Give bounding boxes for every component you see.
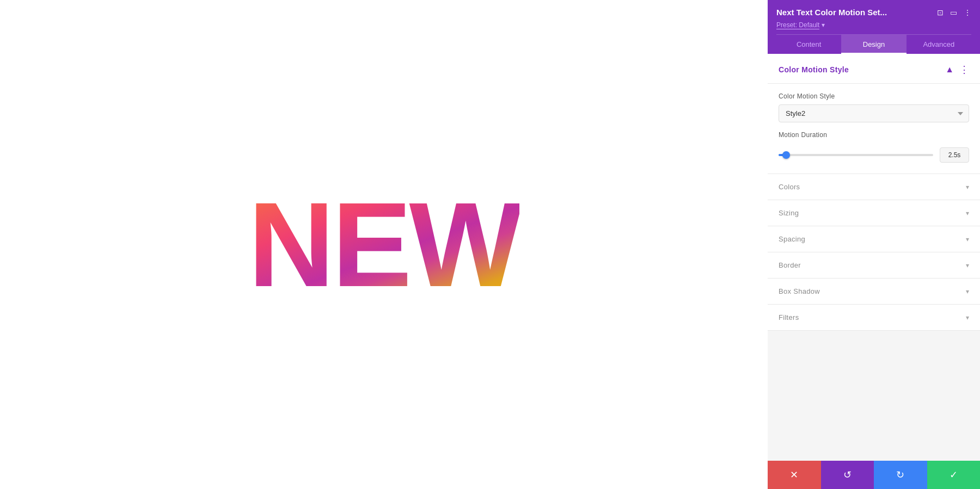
preset-selector[interactable]: Preset: Default ▾	[776, 21, 971, 29]
filters-section-header[interactable]: Filters ▾	[768, 305, 980, 330]
layout-icon[interactable]: ▭	[950, 8, 957, 17]
colors-section: Colors ▾	[768, 174, 980, 200]
motion-duration-label: Motion Duration	[779, 131, 969, 139]
tab-content[interactable]: Content	[776, 35, 841, 54]
slider-track	[779, 154, 933, 156]
panel-header: Next Text Color Motion Set... ⊡ ▭ ⋮ Pres…	[768, 0, 980, 54]
panel-body: Color Motion Style ▲ ⋮ Color Motion Styl…	[768, 54, 980, 461]
slider-thumb[interactable]	[782, 151, 790, 159]
style-field-label: Color Motion Style	[779, 92, 969, 100]
panel-header-icons: ⊡ ▭ ⋮	[937, 8, 971, 17]
collapse-icon[interactable]: ▲	[945, 65, 954, 75]
more-icon[interactable]: ⋮	[964, 8, 971, 17]
redo-button[interactable]: ↻	[874, 461, 927, 489]
box-shadow-title: Box Shadow	[779, 287, 820, 295]
sizing-section: Sizing ▾	[768, 200, 980, 226]
filters-chevron-icon: ▾	[966, 314, 969, 321]
canvas: NEW	[0, 0, 768, 489]
tab-design[interactable]: Design	[841, 35, 906, 54]
canvas-text: NEW	[248, 185, 519, 305]
tab-advanced[interactable]: Advanced	[906, 35, 971, 54]
filters-section: Filters ▾	[768, 305, 980, 331]
crop-icon[interactable]: ⊡	[937, 8, 944, 17]
box-shadow-chevron-icon: ▾	[966, 288, 969, 295]
spacing-section-header[interactable]: Spacing ▾	[768, 226, 980, 252]
panel-title-row: Next Text Color Motion Set... ⊡ ▭ ⋮	[776, 8, 971, 17]
sizing-chevron-icon: ▾	[966, 209, 969, 217]
panel-tabs: Content Design Advanced	[776, 34, 971, 54]
undo-button[interactable]: ↺	[821, 461, 874, 489]
sizing-section-header[interactable]: Sizing ▾	[768, 200, 980, 226]
confirm-button[interactable]: ✓	[927, 461, 981, 489]
settings-panel: Next Text Color Motion Set... ⊡ ▭ ⋮ Pres…	[768, 0, 980, 489]
filters-title: Filters	[779, 313, 799, 321]
confirm-icon: ✓	[950, 469, 958, 481]
motion-duration-value: 2.5s	[940, 147, 969, 163]
spacing-section: Spacing ▾	[768, 226, 980, 252]
colors-title: Colors	[779, 183, 800, 191]
cancel-button[interactable]: ✕	[768, 461, 821, 489]
panel-footer: ✕ ↺ ↻ ✓	[768, 461, 980, 489]
undo-icon: ↺	[843, 469, 852, 481]
spacing-chevron-icon: ▾	[966, 236, 969, 243]
style-select[interactable]: Style1 Style2 Style3	[779, 104, 969, 122]
border-section-header[interactable]: Border ▾	[768, 252, 980, 278]
cancel-icon: ✕	[790, 469, 798, 481]
box-shadow-section: Box Shadow ▾	[768, 278, 980, 305]
box-shadow-section-header[interactable]: Box Shadow ▾	[768, 278, 980, 304]
color-motion-style-section-header: Color Motion Style ▲ ⋮	[768, 54, 980, 84]
color-motion-style-title: Color Motion Style	[779, 65, 849, 74]
colors-section-header[interactable]: Colors ▾	[768, 174, 980, 200]
border-title: Border	[779, 261, 801, 269]
redo-icon: ↻	[896, 469, 904, 481]
border-section: Border ▾	[768, 252, 980, 278]
border-chevron-icon: ▾	[966, 262, 969, 269]
colors-chevron-icon: ▾	[966, 183, 969, 191]
section-options-icon[interactable]: ⋮	[959, 64, 969, 76]
spacing-title: Spacing	[779, 235, 805, 243]
color-motion-style-content: Color Motion Style Style1 Style2 Style3 …	[768, 84, 980, 174]
section-header-icons: ▲ ⋮	[945, 64, 969, 76]
preset-label: Preset: Default	[776, 21, 819, 29]
motion-duration-control: 2.5s	[779, 147, 969, 163]
panel-title: Next Text Color Motion Set...	[776, 8, 937, 17]
sizing-title: Sizing	[779, 209, 799, 217]
motion-duration-slider[interactable]	[779, 154, 933, 156]
